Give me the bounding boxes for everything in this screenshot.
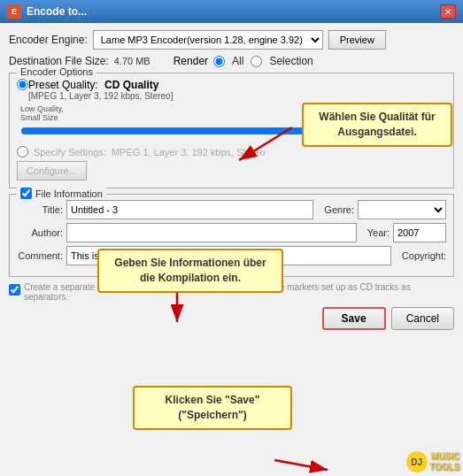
destination-size: 4.70 MB (114, 56, 150, 66)
title-label: Title: (17, 204, 63, 215)
selection-label: Selection (269, 55, 313, 67)
watermark: DJ MUSIC TOOLS (406, 451, 459, 472)
specify-row: Specify Settings: MPEG 1, Layer 3, 192 k… (17, 146, 446, 157)
file-info-title: File Information (17, 188, 106, 199)
preset-radio[interactable] (17, 79, 28, 90)
year-label: Year: (367, 227, 390, 238)
title-bar-left: E Encode to... (7, 4, 87, 19)
file-info-checkbox[interactable] (20, 188, 32, 199)
encoder-select[interactable]: Lame MP3 Encoder(version 1.28, engine 3.… (93, 30, 323, 50)
encoder-label: Encoder Engine: (9, 34, 88, 46)
watermark-text: MUSIC TOOLS (429, 451, 459, 472)
save-callout-text: Klicken Sie "Save"("Speichern") (166, 394, 260, 421)
quality-callout-text: Wählen Sie Qualität fürAusgangsdatei. (319, 111, 435, 138)
encoder-options-title: Encoder Options (17, 66, 96, 77)
year-input[interactable] (393, 223, 446, 242)
genre-label: Genre: (324, 204, 354, 215)
svg-line-3 (274, 460, 328, 470)
info-callout: Geben Sie Informationen überdie Kompilat… (97, 249, 283, 293)
specify-value: MPEG 1, Layer 3, 192 kbps, Stereo (112, 147, 266, 157)
title-input[interactable] (66, 200, 313, 219)
render-options: All Selection (213, 55, 313, 67)
preview-button[interactable]: Preview (328, 30, 386, 50)
cd-track-checkbox[interactable] (9, 284, 20, 296)
cancel-button[interactable]: Cancel (391, 307, 454, 330)
encoder-row: Encoder Engine: Lame MP3 Encoder(version… (9, 30, 454, 50)
destination-row: Destination File Size: 4.70 MB Render Al… (9, 55, 454, 67)
preset-name: CD Quality (104, 79, 158, 91)
bottom-buttons: Save Cancel (9, 307, 454, 330)
genre-select[interactable] (358, 200, 446, 219)
main-content: Encoder Engine: Lame MP3 Encoder(version… (0, 23, 463, 476)
comment-label: Comment: (17, 250, 63, 261)
configure-button[interactable]: Configure... (17, 161, 87, 180)
selection-radio[interactable] (251, 56, 262, 67)
author-label: Author: (17, 227, 63, 238)
specify-radio[interactable] (17, 146, 28, 157)
save-callout: Klicken Sie "Save"("Speichern") (133, 386, 292, 430)
preset-label: Preset Quality: (28, 79, 98, 91)
all-radio[interactable] (213, 56, 225, 67)
configure-container: Configure... (17, 161, 446, 180)
destination-label: Destination File Size: (9, 55, 109, 67)
preset-desc: [MPEG 1, Layer 3, 192 kbps, Stereo] (28, 91, 173, 101)
app-icon: E (7, 4, 21, 19)
preset-label-row: Preset Quality: CD Quality (28, 79, 173, 91)
specify-label: Specify Settings: (34, 147, 106, 157)
quality-callout: Wählen Sie Qualität fürAusgangsdatei. (302, 103, 452, 147)
copyright-label: Copyright: (402, 250, 446, 261)
info-callout-text: Geben Sie Informationen überdie Kompilat… (114, 257, 266, 284)
preset-row: Preset Quality: CD Quality [MPEG 1, Laye… (17, 79, 446, 101)
save-button[interactable]: Save (322, 307, 386, 330)
render-label: Render (174, 55, 208, 67)
author-input[interactable] (66, 223, 357, 242)
title-row: Title: Genre: (17, 200, 446, 219)
title-bar: E Encode to... ✕ (0, 0, 463, 23)
preset-info: Preset Quality: CD Quality [MPEG 1, Laye… (28, 79, 173, 101)
window-title: Encode to... (27, 5, 87, 18)
author-row: Author: Year: (17, 223, 446, 242)
low-quality-label: Low Quality, Small Size (20, 104, 64, 122)
all-label: All (232, 55, 243, 67)
close-button[interactable]: ✕ (440, 4, 456, 19)
